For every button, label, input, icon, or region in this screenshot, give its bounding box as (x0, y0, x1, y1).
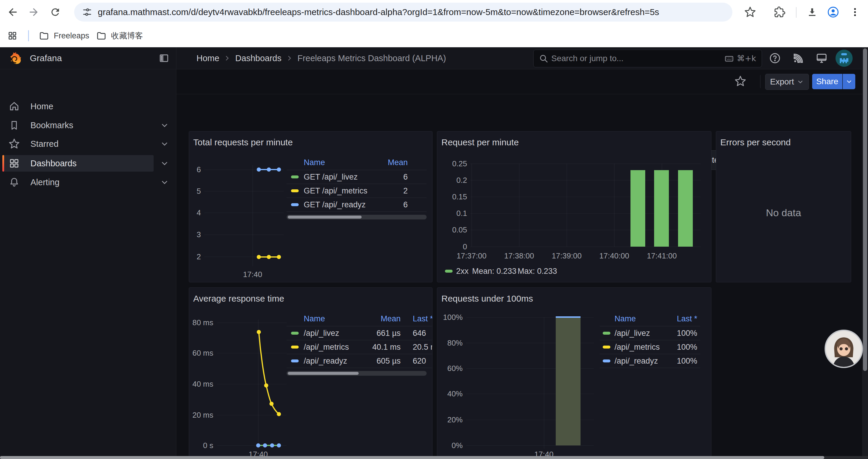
legend-value: 661 µs (356, 328, 401, 338)
legend-chip[interactable] (603, 359, 610, 362)
breadcrumb-home[interactable]: Home (196, 54, 219, 63)
download-icon[interactable] (806, 6, 819, 19)
legend-name[interactable]: GET /api/_readyz (304, 200, 366, 210)
chevron-down-icon[interactable] (158, 119, 171, 132)
legend-max-stat: Max: 0.233 (518, 266, 557, 276)
breadcrumb: Home Dashboards Freeleaps Metrics Dashbo… (196, 47, 446, 69)
y-tick: 0 (443, 242, 467, 251)
horizontal-scrollbar-track[interactable] (0, 456, 868, 459)
legend-mean-stat: Mean: 0.233 (472, 266, 517, 276)
screen: grafana.mathmast.com/d/deytv4rwavabkb/fr… (0, 0, 868, 459)
help-icon[interactable] (768, 52, 782, 65)
bookmark-folder-freeleaps[interactable]: Freeleaps (35, 27, 93, 45)
active-item-accent (2, 155, 4, 172)
sidebar-item-bookmarks[interactable]: Bookmarks (0, 117, 176, 133)
gridline-17-40 (253, 165, 253, 266)
url-bar[interactable]: grafana.mathmast.com/d/deytv4rwavabkb/fr… (74, 3, 733, 22)
bell-icon (8, 176, 21, 189)
legend-chip[interactable] (291, 203, 299, 206)
favorite-star-icon[interactable] (734, 74, 747, 88)
share-menu-button[interactable] (843, 74, 855, 89)
vertical-scrollbar-thumb[interactable] (863, 48, 867, 371)
breadcrumb-dashboards[interactable]: Dashboards (235, 54, 281, 63)
monitor-icon[interactable] (814, 52, 829, 65)
gridline (205, 191, 284, 191)
data-point (277, 255, 281, 259)
share-button[interactable]: Share (812, 74, 842, 89)
legend-scrollbar-track[interactable] (286, 215, 427, 220)
share-label: Share (816, 77, 838, 86)
legend-name[interactable]: /api/_livez (304, 328, 339, 338)
apps-grid-icon[interactable] (6, 29, 19, 42)
legend-scrollbar-thumb[interactable] (288, 216, 362, 219)
legend-name[interactable]: 2xx (456, 266, 469, 276)
sidebar-item-starred[interactable]: Starred (0, 136, 176, 152)
search-input[interactable]: Search or jump to... ⌘+k (533, 50, 762, 67)
toggle-sidebar-icon[interactable] (157, 52, 170, 65)
y-tick: 20% (439, 415, 463, 424)
y-tick: 80% (439, 338, 463, 348)
legend-scrollbar-thumb[interactable] (288, 372, 359, 375)
sidebar-item-home[interactable]: Home (0, 98, 176, 114)
y-tick: 40% (439, 389, 463, 398)
legend-separator (600, 354, 700, 354)
site-info-icon[interactable] (81, 6, 94, 19)
chevron-down-icon[interactable] (158, 137, 171, 150)
legend-chip[interactable] (291, 346, 299, 349)
legend-header-name[interactable]: Name (615, 314, 636, 324)
panel-title[interactable]: Requests under 100ms (441, 294, 533, 304)
panel-title[interactable]: Total requests per minute (193, 137, 293, 147)
extensions-icon[interactable] (773, 6, 786, 19)
legend-header-last[interactable]: Last * (413, 314, 433, 324)
sidebar-item-alerting[interactable]: Alerting (0, 174, 176, 191)
url-text[interactable]: grafana.mathmast.com/d/deytv4rwavabkb/fr… (98, 3, 659, 22)
legend-header-name[interactable]: Name (304, 157, 325, 167)
reload-icon[interactable] (49, 6, 62, 19)
y-tick: 6 (189, 165, 201, 174)
sidebar-item-dashboards[interactable]: Dashboards (0, 155, 176, 172)
legend-header-mean[interactable]: Mean (363, 157, 408, 167)
legend-chip[interactable] (445, 270, 453, 273)
export-button[interactable]: Export (765, 74, 809, 90)
floating-assistant-avatar[interactable] (825, 330, 863, 368)
vertical-scrollbar-track[interactable] (862, 47, 868, 459)
legend-name[interactable]: /api/_readyz (615, 356, 658, 366)
legend-chip[interactable] (291, 359, 299, 362)
legend-name[interactable]: GET /api/_livez (304, 172, 358, 182)
legend-header-last[interactable]: Last * (653, 314, 697, 324)
y-tick: 4 (189, 208, 201, 218)
legend-chip[interactable] (603, 346, 610, 349)
news-rss-icon[interactable] (791, 52, 805, 65)
legend-header-name[interactable]: Name (304, 314, 325, 324)
legend-name[interactable]: /api/_metrics (304, 342, 349, 352)
bookmark-folder-blogs[interactable]: 收藏博客 (92, 27, 147, 45)
legend-name[interactable]: GET /api/_metrics (304, 186, 368, 196)
panel-title[interactable]: Request per minute (441, 137, 519, 147)
legend-name[interactable]: /api/_livez (615, 328, 650, 338)
browser-menu-icon[interactable] (848, 6, 862, 19)
brand-name[interactable]: Grafana (30, 47, 62, 69)
data-point (257, 255, 261, 259)
legend-scrollbar-track[interactable] (286, 371, 427, 376)
profile-avatar-icon[interactable] (826, 6, 840, 19)
legend-name[interactable]: /api/_readyz (304, 356, 347, 366)
legend-chip[interactable] (291, 332, 299, 335)
forward-icon[interactable] (27, 6, 40, 19)
gridline (470, 247, 701, 247)
legend-chip[interactable] (291, 175, 299, 178)
bookmark-star-icon[interactable] (744, 6, 756, 19)
grafana-logo-icon[interactable] (9, 52, 23, 65)
chevron-down-icon[interactable] (158, 157, 171, 170)
panel-title[interactable]: Errors per second (720, 137, 790, 147)
legend-separator (600, 368, 700, 368)
chevron-down-icon[interactable] (158, 176, 171, 189)
user-avatar[interactable] (836, 50, 852, 67)
legend-value: 40.1 ms (356, 342, 401, 352)
legend-separator (286, 368, 432, 368)
horizontal-scrollbar-thumb[interactable] (0, 456, 824, 459)
toolbar-divider (760, 75, 761, 88)
legend-header-mean[interactable]: Mean (356, 314, 401, 324)
legend-chip[interactable] (603, 332, 610, 335)
legend-chip[interactable] (291, 189, 299, 192)
back-icon[interactable] (6, 6, 19, 19)
